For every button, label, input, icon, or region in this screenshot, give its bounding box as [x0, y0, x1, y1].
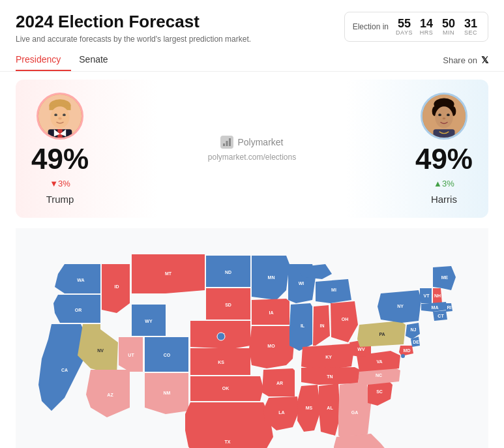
x-icon: 𝕏 — [481, 55, 488, 65]
svg-marker-27 — [53, 295, 100, 323]
svg-marker-33 — [132, 254, 205, 293]
svg-marker-56 — [190, 376, 263, 401]
map-container: WA OR CA ID MT WY NV UT AZ CO — [0, 228, 504, 448]
svg-point-19 — [435, 106, 453, 128]
page-header: 2024 Election Forecast Live and accurate… — [0, 0, 504, 49]
svg-marker-45 — [145, 373, 188, 414]
svg-marker-31 — [102, 264, 130, 313]
svg-marker-107 — [433, 288, 442, 304]
svg-marker-105 — [420, 288, 432, 303]
harris-change: ▲3% — [434, 179, 454, 188]
hrs-unit: 14 HRS — [417, 18, 436, 36]
svg-point-3 — [50, 106, 69, 128]
us-election-map: WA OR CA ID MT WY NV UT AZ CO — [16, 228, 488, 448]
svg-rect-13 — [229, 138, 231, 146]
tabs-container: Presidency Senate — [16, 49, 126, 71]
svg-marker-43 — [145, 337, 188, 372]
svg-point-5 — [63, 113, 66, 116]
svg-rect-23 — [433, 129, 454, 140]
tab-senate[interactable]: Senate — [79, 49, 118, 71]
svg-marker-73 — [289, 303, 312, 351]
svg-marker-39 — [119, 337, 143, 372]
trump-name: Trump — [46, 194, 74, 205]
polymarket-logo: Polymarket — [220, 136, 283, 149]
days-label: DAYS — [396, 29, 413, 36]
svg-marker-64 — [249, 326, 295, 368]
svg-rect-12 — [226, 141, 228, 146]
polymarket-icon — [220, 136, 233, 149]
countdown-box: Election in 55 DAYS 14 HRS 50 MIN 31 SEC — [344, 12, 488, 42]
svg-marker-47 — [206, 256, 250, 287]
harris-candidate: 49% ▲3% Harris — [415, 93, 473, 205]
trump-candidate: 49% ▼3% Trump — [31, 93, 89, 205]
svg-point-22 — [443, 117, 446, 119]
min-unit: 50 MIN — [439, 18, 458, 36]
days-value: 55 — [398, 18, 411, 29]
tab-presidency[interactable]: Presidency — [16, 49, 71, 71]
svg-marker-83 — [301, 367, 360, 385]
hrs-label: HRS — [420, 29, 434, 36]
min-value: 50 — [442, 18, 455, 29]
svg-marker-87 — [319, 383, 340, 436]
min-label: MIN — [443, 29, 454, 36]
polymarket-center: Polymarket polymarket.com/elections — [208, 136, 296, 162]
share-button[interactable]: Share on 𝕏 — [443, 55, 488, 65]
svg-marker-54 — [190, 348, 250, 375]
harris-avatar — [421, 93, 467, 140]
svg-point-20 — [438, 113, 441, 116]
sec-label: SEC — [464, 29, 477, 36]
svg-marker-115 — [433, 310, 447, 321]
svg-marker-25 — [55, 264, 100, 293]
polymarket-name: Polymarket — [237, 137, 283, 147]
svg-point-53 — [217, 333, 225, 340]
svg-marker-103 — [378, 290, 421, 323]
page-title: 2024 Election Forecast — [16, 12, 251, 32]
svg-marker-35 — [132, 305, 166, 336]
sec-unit: 31 SEC — [462, 18, 480, 36]
harris-name: Harris — [431, 194, 457, 205]
sec-value: 31 — [464, 18, 477, 29]
candidates-card: 49% ▼3% Trump Polymarket polymarket.com/… — [16, 80, 488, 218]
svg-marker-81 — [301, 344, 355, 370]
svg-point-4 — [54, 113, 57, 116]
svg-marker-66 — [262, 368, 295, 396]
hrs-value: 14 — [420, 18, 433, 29]
svg-marker-109 — [433, 266, 456, 290]
svg-point-21 — [447, 113, 450, 116]
trump-change: ▼3% — [50, 179, 70, 188]
polymarket-url: polymarket.com/elections — [208, 153, 296, 162]
svg-marker-49 — [206, 288, 250, 320]
nav-tabs: Presidency Senate Share on 𝕏 — [0, 49, 504, 72]
svg-point-123 — [401, 354, 405, 358]
svg-point-6 — [58, 117, 62, 120]
page-subtitle: Live and accurate forecasts by the world… — [16, 35, 251, 44]
header-left: 2024 Election Forecast Live and accurate… — [16, 12, 251, 44]
svg-marker-79 — [316, 279, 351, 303]
trump-pct: 49% — [31, 145, 89, 173]
share-label: Share on — [443, 55, 477, 65]
svg-rect-11 — [223, 143, 225, 146]
days-unit: 55 DAYS — [395, 18, 413, 36]
svg-marker-58 — [185, 402, 273, 448]
election-in-label: Election in — [353, 22, 389, 31]
svg-marker-101 — [357, 321, 406, 347]
harris-pct: 49% — [415, 145, 473, 173]
svg-marker-62 — [252, 299, 289, 325]
trump-avatar — [37, 93, 83, 140]
